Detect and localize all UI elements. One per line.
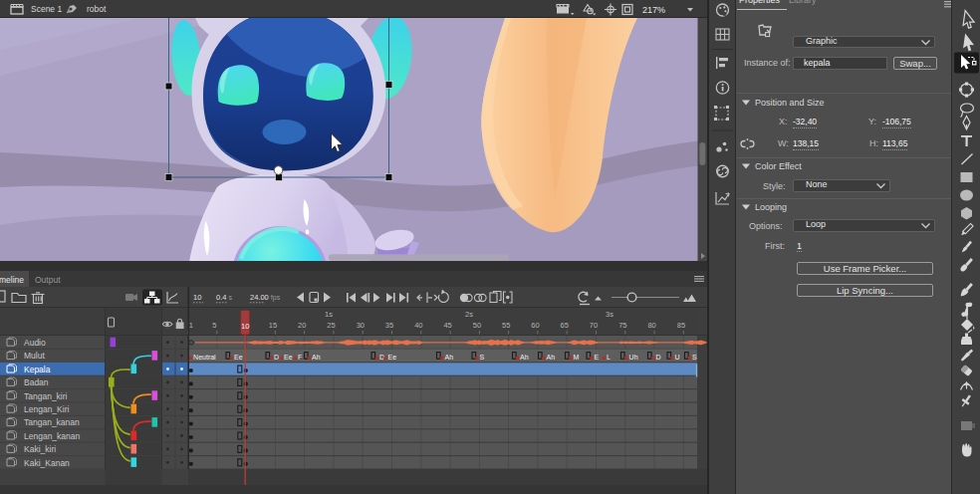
- svg-text:Ah: Ah: [312, 354, 321, 361]
- svg-text:10: 10: [241, 322, 249, 331]
- svg-text:Lengan_Kiri: Lengan_Kiri: [24, 404, 69, 414]
- svg-text:40: 40: [414, 321, 422, 330]
- svg-text:U: U: [675, 354, 680, 361]
- svg-text:5: 5: [212, 321, 216, 330]
- svg-text:10: 10: [193, 293, 201, 302]
- svg-text:Lengan_kanan: Lengan_kanan: [24, 431, 81, 441]
- svg-text:30: 30: [357, 321, 365, 330]
- svg-text:25: 25: [327, 321, 335, 330]
- svg-text:2s: 2s: [465, 310, 473, 319]
- svg-text:0.4 s: 0.4 s: [216, 293, 233, 302]
- svg-text:Kaki_Kanan: Kaki_Kanan: [24, 458, 70, 468]
- svg-text:20: 20: [298, 321, 306, 330]
- svg-text:F: F: [298, 354, 302, 361]
- svg-text:50: 50: [473, 321, 481, 330]
- svg-text:Mulut: Mulut: [24, 351, 45, 361]
- svg-text:35: 35: [385, 321, 393, 330]
- svg-text:Audio: Audio: [24, 338, 46, 348]
- svg-text:Neutral: Neutral: [193, 354, 216, 361]
- svg-text:D: D: [379, 354, 384, 361]
- svg-text:65: 65: [561, 321, 569, 330]
- svg-text:M: M: [574, 354, 580, 361]
- svg-text:Kepala: Kepala: [24, 365, 51, 374]
- svg-text:Badan: Badan: [24, 377, 49, 387]
- svg-text:Ee: Ee: [234, 354, 243, 361]
- svg-text:55: 55: [502, 321, 510, 330]
- svg-text:70: 70: [590, 321, 598, 330]
- svg-text:Uh: Uh: [629, 354, 638, 361]
- svg-text:Kaki_kiri: Kaki_kiri: [24, 444, 56, 454]
- svg-text:3s: 3s: [606, 310, 613, 319]
- svg-text:Tangan_kanan: Tangan_kanan: [24, 417, 80, 427]
- svg-text:80: 80: [647, 321, 655, 330]
- svg-text:E: E: [595, 354, 600, 361]
- svg-text:Ah: Ah: [547, 354, 556, 361]
- svg-text:1: 1: [189, 321, 193, 330]
- svg-text:S: S: [480, 354, 485, 361]
- svg-text:45: 45: [443, 321, 451, 330]
- svg-text:D: D: [274, 354, 279, 361]
- svg-text:Ah: Ah: [520, 354, 529, 361]
- svg-text:Output: Output: [35, 275, 61, 285]
- svg-text:60: 60: [531, 321, 539, 330]
- svg-text:75: 75: [618, 321, 626, 330]
- svg-text:Ee: Ee: [284, 354, 293, 361]
- svg-text:15: 15: [269, 321, 277, 330]
- svg-text:meline: meline: [0, 275, 24, 285]
- svg-text:Ah: Ah: [445, 354, 454, 361]
- svg-text:1s: 1s: [325, 310, 333, 319]
- svg-text:L: L: [607, 354, 611, 361]
- svg-text:S: S: [692, 354, 697, 361]
- svg-text:85: 85: [677, 321, 685, 330]
- svg-text:217%: 217%: [642, 5, 665, 15]
- svg-text:24.00 fps: 24.00 fps: [250, 293, 281, 302]
- svg-text:Tangan_kiri: Tangan_kiri: [24, 391, 68, 401]
- svg-text:D: D: [656, 354, 661, 361]
- svg-text:Ee: Ee: [388, 354, 397, 361]
